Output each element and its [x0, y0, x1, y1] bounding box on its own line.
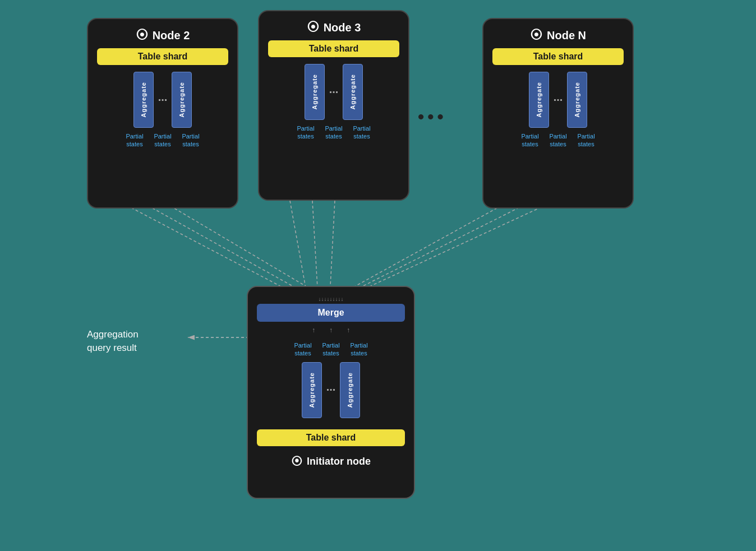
initiator-agg1: Aggregate	[302, 362, 322, 418]
svg-line-2	[118, 201, 301, 297]
diagram-container: ⦿ Node 2 Table shard Aggregate ··· Aggre…	[0, 0, 756, 551]
node3-agg2: Aggregate	[343, 64, 363, 120]
node3-table-shard: Table shard	[268, 40, 399, 57]
svg-line-5	[290, 201, 307, 297]
initiator-partial-states: Partial states Partial states Partial st…	[291, 341, 371, 358]
node2-agg2: Aggregate	[172, 72, 192, 128]
node2-ps1: Partial states	[122, 132, 147, 149]
initiator-ps2: Partial states	[319, 341, 343, 358]
initiator-table-shard: Table shard	[257, 429, 405, 446]
node2-box: ⦿ Node 2 Table shard Aggregate ··· Aggre…	[87, 18, 238, 209]
node3-title: ⦿ Node 3	[307, 20, 361, 35]
initiator-node-label: ⦿ Initiator node	[291, 455, 371, 468]
initiator-agg2: Aggregate	[340, 362, 360, 418]
initiator-ps3: Partial states	[347, 341, 371, 358]
nodeN-box: ⦿ Node N Table shard Aggregate ··· Aggre…	[482, 18, 634, 209]
initiator-dots: ···	[325, 362, 336, 418]
node3-icon: ⦿	[307, 20, 319, 35]
nodeN-table-shard: Table shard	[492, 48, 624, 65]
node3-aggregates: Aggregate ··· Aggregate	[305, 64, 363, 120]
between-nodes-dots: •••	[418, 107, 447, 127]
node3-dots: ···	[328, 64, 339, 120]
node2-title: ⦿ Node 2	[136, 28, 190, 43]
node3-box: ⦿ Node 3 Table shard Aggregate ··· Aggre…	[258, 10, 409, 201]
initiator-ps1: Partial states	[291, 341, 315, 358]
initiator-aggregates: Aggregate ··· Aggregate	[302, 362, 360, 418]
node2-dots: ···	[157, 72, 168, 128]
nodeN-title: ⦿ Node N	[530, 28, 586, 43]
svg-line-3	[139, 201, 312, 297]
nodeN-dots: ···	[552, 72, 564, 128]
nodeN-icon: ⦿	[530, 28, 542, 43]
node3-partial-states: Partial states Partial states Partial st…	[293, 124, 374, 141]
nodeN-ps3: Partial states	[574, 132, 598, 149]
nodeN-partial-states: Partial states Partial states Partial st…	[518, 132, 598, 149]
svg-line-6	[312, 201, 318, 297]
svg-line-9	[341, 201, 533, 297]
svg-line-7	[330, 201, 335, 297]
nodeN-ps2: Partial states	[546, 132, 570, 149]
nodeN-agg2: Aggregate	[567, 72, 587, 128]
node2-agg1: Aggregate	[133, 72, 154, 128]
nodeN-agg1: Aggregate	[529, 72, 549, 128]
initiator-box: ↓↓↓↓↓↓↓↓↓ Merge ↑ ↑ ↑ Partial states Par…	[247, 286, 415, 499]
node3-ps2: Partial states	[321, 124, 346, 141]
node3-ps1: Partial states	[293, 124, 318, 141]
aggregation-result-label: Aggregation query result	[87, 328, 139, 355]
node3-agg1: Aggregate	[305, 64, 325, 120]
node2-ps3: Partial states	[178, 132, 203, 149]
svg-line-10	[347, 201, 555, 297]
node2-partial-states: Partial states Partial states Partial st…	[122, 132, 203, 149]
svg-line-4	[162, 201, 324, 297]
node2-aggregates: Aggregate ··· Aggregate	[133, 72, 192, 128]
node2-table-shard: Table shard	[97, 48, 228, 65]
merge-bar: Merge	[257, 304, 405, 322]
svg-line-8	[335, 201, 510, 297]
node2-icon: ⦿	[136, 28, 148, 43]
node3-ps3: Partial states	[349, 124, 374, 141]
nodeN-aggregates: Aggregate ··· Aggregate	[529, 72, 587, 128]
initiator-icon: ⦿	[291, 455, 302, 468]
nodeN-ps1: Partial states	[518, 132, 542, 149]
node2-ps2: Partial states	[150, 132, 175, 149]
